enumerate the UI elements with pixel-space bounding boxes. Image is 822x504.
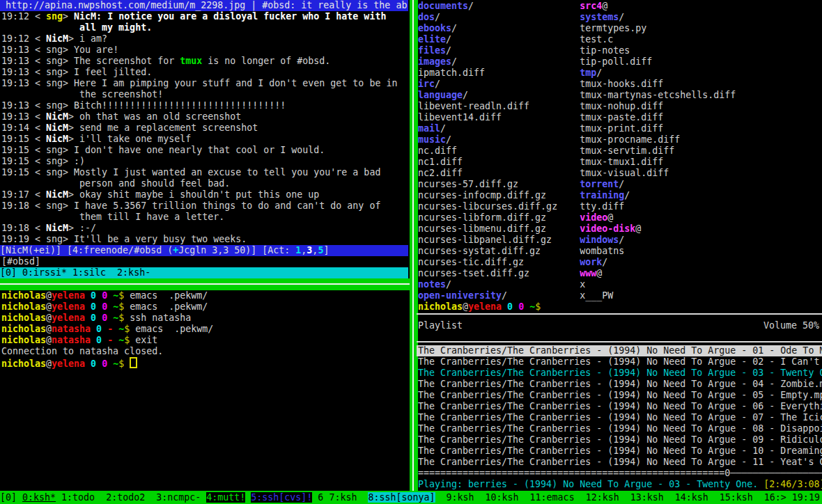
track-row[interactable]: The Cranberries/The Cranberries - (1994)… <box>417 356 822 368</box>
pane-border-line <box>412 0 414 504</box>
file-entry-row[interactable]: ebooks/ termtypes.py <box>417 23 822 34</box>
file-entry-row[interactable]: nc.diff tmux-servtim.diff <box>417 145 822 157</box>
text-segment <box>113 324 118 334</box>
status-bar-window-item[interactable]: 4:mutt! <box>206 492 245 503</box>
text-segment: @ <box>46 335 52 345</box>
file-entry-row[interactable]: images/ tip-poll.diff <box>417 56 822 68</box>
status-bar-window-item[interactable]: 8:ssh[sonya] <box>368 492 435 503</box>
text-segment: / <box>435 12 580 22</box>
text-segment: nicholas <box>1 335 46 345</box>
track-row[interactable]: The Cranberries/The Cranberries - (1994)… <box>417 412 822 423</box>
text-segment: libevent14.diff <box>418 112 502 123</box>
chat-line: 19:18 < sng> I have 5.3567 trillion thin… <box>1 200 408 212</box>
text-segment <box>107 359 113 369</box>
chat-line: 19:13 < sng> Bitch!!!!!!!!!!!!!!!!!!!!!!… <box>1 100 408 111</box>
track-row[interactable]: The Cranberries/The Cranberries - (1994)… <box>417 423 822 434</box>
track-row[interactable]: The Cranberries/The Cranberries - (1994)… <box>417 345 822 356</box>
status-bar-text[interactable]: [0] <box>0 492 22 503</box>
file-entry-row[interactable]: ncurses-tset.diff.gz www@ <box>417 268 822 279</box>
status-bar-window-item[interactable]: 5:ssh[cvs]! <box>251 492 312 503</box>
file-entry-row[interactable]: nc2.diff tmux-visual.diff <box>417 168 822 179</box>
track-row[interactable]: The Cranberries/The Cranberries - (1994)… <box>417 401 822 412</box>
text-segment: nicholas <box>1 301 46 312</box>
text-segment: - <box>102 335 113 345</box>
text-segment: is no longer of #obsd. <box>202 56 330 66</box>
music-player-pane[interactable]: Playlist Volume 50% The Cranberries/The … <box>417 312 822 491</box>
status-bar-window-item[interactable]: 0:ksh* <box>22 492 56 503</box>
file-entry-row[interactable]: elite/ test.c <box>417 34 822 45</box>
file-entry-row[interactable]: ncurses-libform.diff.gz video@ <box>417 212 822 223</box>
file-entry-row[interactable]: ncurses-libmenu.diff.gz video-disk@ <box>417 223 822 235</box>
file-entry-row[interactable]: ncurses-tic.diff.gz work/ <box>417 257 822 268</box>
text-segment <box>463 168 580 178</box>
text-segment: ipmatch.diff <box>418 68 485 78</box>
text-segment: I feel jilted. <box>74 67 152 77</box>
text-segment: 19:13 < <box>1 100 46 111</box>
file-entry-row[interactable]: dos/ systems/ <box>417 12 822 23</box>
file-entry-row[interactable]: documents/ src4@ <box>417 1 822 12</box>
pane-border-horizontal[interactable] <box>0 278 418 290</box>
text-segment: sng <box>46 56 63 66</box>
text-segment: torrent <box>580 179 619 189</box>
text-segment <box>546 212 580 223</box>
track-row[interactable]: The Cranberries/The Cranberries - (1994)… <box>417 446 822 457</box>
file-entry-row[interactable]: open-university/ x___PW <box>417 290 822 301</box>
text-segment: 19:13 < <box>1 45 46 55</box>
text-segment: documents <box>418 1 468 11</box>
text-segment <box>107 301 113 312</box>
text-segment: > <box>68 123 79 133</box>
file-entry-row[interactable]: ipmatch.diff tmp/ <box>417 68 822 79</box>
shell-line: nicholas@yelena 0 0 ~$ ssh natasha <box>1 313 408 324</box>
playlist-tracks[interactable]: The Cranberries/The Cranberries - (1994)… <box>417 345 822 468</box>
player-top-border <box>417 313 822 315</box>
text-segment: > <box>63 56 74 66</box>
status-bar-text[interactable]: 9:ksh 10:ksh 11:emacs 12:ksh 13:ksh 14:k… <box>435 492 792 503</box>
track-row[interactable]: The Cranberries/The Cranberries - (1994)… <box>417 434 822 446</box>
file-entry-row[interactable]: ncurses-libcurses.diff.gz tty.diff <box>417 201 822 212</box>
track-row[interactable]: The Cranberries/The Cranberries - (1994)… <box>417 379 822 390</box>
file-entry-row[interactable]: libevent14.diff tmux-paste.diff <box>417 112 822 123</box>
text-segment <box>546 223 580 234</box>
text-segment: 0 <box>502 301 513 312</box>
file-entry-row[interactable]: libevent-readln.diff tmux-nohup.diff <box>417 101 822 112</box>
file-entry-row[interactable]: language/ tmux-martynas-etcshells.diff <box>417 90 822 101</box>
file-entry-row[interactable]: ncurses-infocmp.diff.gz training/ <box>417 190 822 201</box>
file-entry-row[interactable]: notes/ x <box>417 279 822 290</box>
irssi-input-line[interactable]: [#obsd] <box>1 256 408 267</box>
text-segment <box>546 190 580 200</box>
shell-pane[interactable]: nicholas@yelena 0 0 ~$ emacs .pekwm/nich… <box>1 290 408 370</box>
text-segment: 0 <box>91 335 102 345</box>
status-bar-text[interactable]: 1:todo 2:todo2 3:ncmpc- <box>56 492 206 503</box>
text-segment: - <box>102 324 113 334</box>
file-entry-row[interactable]: nc1.diff tmux-tmux1.diff <box>417 157 822 168</box>
file-listing-pane[interactable]: documents/ src4@dos/ systems/ebooks/ ter… <box>417 0 822 312</box>
track-row[interactable]: The Cranberries/The Cranberries - (1994)… <box>417 390 822 401</box>
file-entry-row[interactable]: mail/ tmux-print.diff <box>417 123 822 134</box>
file-entry-row[interactable]: ncurses-57.diff.gz torrent/ <box>417 179 822 190</box>
text-segment: systems <box>580 12 619 22</box>
track-row[interactable]: The Cranberries/The Cranberries - (1994)… <box>417 457 822 468</box>
text-segment <box>524 257 580 267</box>
text-segment: I don't have one nearly that cool or I w… <box>74 145 325 155</box>
file-entry-row[interactable]: music/ tmux-procname.diff <box>417 134 822 145</box>
player-progress-bar[interactable]: ========================================… <box>418 468 822 479</box>
file-entry-row[interactable]: files/ tip-notes <box>417 45 822 56</box>
file-entry-row[interactable]: irc/ tmux-hooks.diff <box>417 79 822 90</box>
irc-chat-log[interactable]: 19:12 < sng> NicM: I notice you are a di… <box>1 11 408 245</box>
text-segment: tmp <box>580 68 596 78</box>
inner-tmux-status-bar[interactable]: [0] 0:irssi* 1:silc 2:ksh- <box>0 267 408 278</box>
file-entry-row[interactable]: ncurses-systat.diff.gz wombatns <box>417 246 822 257</box>
text-segment: tmux-procname.diff <box>580 134 680 145</box>
text-segment <box>529 268 580 278</box>
track-row[interactable]: The Cranberries/The Cranberries - (1994)… <box>417 368 822 379</box>
status-bar-text[interactable]: 19:19 <box>792 492 820 503</box>
text-segment: Jcgln 3,3 50)] [Act: <box>178 245 295 255</box>
text-segment: video <box>580 212 607 223</box>
text-segment: NicM <box>46 134 68 144</box>
text-segment: person and should feel bad. <box>1 178 230 189</box>
status-bar-text[interactable]: 6 7:ksh <box>312 492 368 503</box>
text-segment: ncurses-libcurses.diff.gz <box>418 201 557 212</box>
file-entry-row[interactable]: ncurses-libpanel.diff.gz windows/ <box>417 235 822 246</box>
text-segment: yelena <box>52 301 85 312</box>
chat-line: 19:13 < sng> Here I am pimping your stuf… <box>1 78 408 89</box>
